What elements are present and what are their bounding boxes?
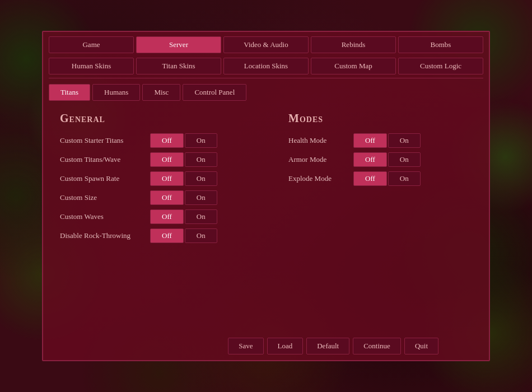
toggle-disable-rock-throwing-on[interactable]: On (185, 228, 217, 243)
toggle-armor-mode-off[interactable]: Off (353, 152, 387, 167)
toggle-health-mode: Off On (353, 133, 421, 148)
bottom-bar: Save Load Default Continue Quit (228, 338, 438, 354)
save-button[interactable]: Save (228, 338, 263, 354)
subtab-titans[interactable]: Titans (49, 84, 90, 101)
tab-server[interactable]: Server (136, 36, 221, 53)
toggle-disable-rock-throwing-off[interactable]: Off (150, 228, 184, 243)
divider-1 (49, 78, 483, 78)
tab-location-skins[interactable]: Location Skins (223, 58, 309, 74)
label-custom-starter-titans: Custom Starter Titans (60, 136, 147, 145)
label-custom-spawn-rate: Custom Spawn Rate (60, 174, 147, 183)
load-button[interactable]: Load (267, 338, 304, 354)
toggle-custom-size: Off On (150, 190, 217, 205)
setting-custom-starter-titans: Custom Starter Titans Off On (60, 133, 244, 148)
nav-row-2: Human Skins Titan Skins Location Skins C… (43, 53, 489, 74)
label-custom-size: Custom Size (60, 193, 147, 202)
quit-button[interactable]: Quit (404, 338, 438, 354)
tab-titan-skins[interactable]: Titan Skins (136, 58, 221, 74)
toggle-custom-waves-off[interactable]: Off (150, 209, 184, 224)
toggle-explode-mode-on[interactable]: On (388, 171, 421, 186)
toggle-custom-starter-titans-on[interactable]: On (185, 133, 217, 148)
modes-title: Modes (288, 112, 472, 125)
setting-armor-mode: Armor Mode Off On (288, 152, 472, 167)
toggle-custom-waves: Off On (150, 209, 217, 224)
settings-panel: Game Server Video & Audio Rebinds Bombs … (42, 31, 490, 361)
toggle-custom-starter-titans: Off On (150, 133, 217, 148)
tab-human-skins[interactable]: Human Skins (49, 58, 134, 74)
tab-game[interactable]: Game (49, 36, 134, 53)
toggle-armor-mode: Off On (353, 152, 421, 167)
sub-nav-row: Titans Humans Misc Control Panel (43, 82, 489, 101)
label-armor-mode: Armor Mode (288, 155, 350, 164)
sections: General Custom Starter Titans Off On Cus… (60, 112, 472, 248)
subtab-humans[interactable]: Humans (92, 84, 140, 101)
label-explode-mode: Explode Mode (288, 174, 350, 183)
tab-rebinds[interactable]: Rebinds (311, 36, 396, 53)
toggle-custom-spawn-rate-on[interactable]: On (185, 171, 217, 186)
toggle-custom-size-on[interactable]: On (185, 190, 217, 205)
tab-custom-map[interactable]: Custom Map (311, 58, 396, 74)
setting-custom-size: Custom Size Off On (60, 190, 244, 205)
label-health-mode: Health Mode (288, 136, 350, 145)
toggle-custom-titans-wave-on[interactable]: On (185, 152, 217, 167)
general-title: General (60, 112, 244, 125)
general-section: General Custom Starter Titans Off On Cus… (60, 112, 244, 248)
label-custom-waves: Custom Waves (60, 212, 147, 221)
subtab-control-panel[interactable]: Control Panel (183, 84, 246, 101)
label-disable-rock-throwing: Disable Rock-Throwing (60, 231, 147, 240)
tab-video-audio[interactable]: Video & Audio (223, 36, 309, 53)
label-custom-titans-wave: Custom Titans/Wave (60, 155, 147, 164)
toggle-explode-mode-off[interactable]: Off (353, 171, 387, 186)
setting-disable-rock-throwing: Disable Rock-Throwing Off On (60, 228, 244, 243)
toggle-explode-mode: Off On (353, 171, 421, 186)
modes-section: Modes Health Mode Off On Armor Mode Off … (288, 112, 472, 248)
toggle-custom-spawn-rate: Off On (150, 171, 217, 186)
content-area: General Custom Starter Titans Off On Cus… (43, 101, 489, 256)
default-button[interactable]: Default (306, 338, 349, 354)
toggle-custom-titans-wave-off[interactable]: Off (150, 152, 184, 167)
tab-custom-logic[interactable]: Custom Logic (398, 58, 483, 74)
toggle-disable-rock-throwing: Off On (150, 228, 217, 243)
toggle-health-mode-off[interactable]: Off (353, 133, 387, 148)
setting-explode-mode: Explode Mode Off On (288, 171, 472, 186)
nav-row-1: Game Server Video & Audio Rebinds Bombs (43, 32, 489, 53)
setting-custom-spawn-rate: Custom Spawn Rate Off On (60, 171, 244, 186)
subtab-misc[interactable]: Misc (142, 84, 180, 101)
toggle-custom-waves-on[interactable]: On (185, 209, 217, 224)
toggle-custom-titans-wave: Off On (150, 152, 217, 167)
toggle-custom-spawn-rate-off[interactable]: Off (150, 171, 184, 186)
toggle-custom-size-off[interactable]: Off (150, 190, 184, 205)
continue-button[interactable]: Continue (353, 338, 401, 354)
setting-health-mode: Health Mode Off On (288, 133, 472, 148)
toggle-health-mode-on[interactable]: On (388, 133, 421, 148)
toggle-armor-mode-on[interactable]: On (388, 152, 421, 167)
setting-custom-waves: Custom Waves Off On (60, 209, 244, 224)
toggle-custom-starter-titans-off[interactable]: Off (150, 133, 184, 148)
setting-custom-titans-wave: Custom Titans/Wave Off On (60, 152, 244, 167)
tab-bombs[interactable]: Bombs (398, 36, 483, 53)
